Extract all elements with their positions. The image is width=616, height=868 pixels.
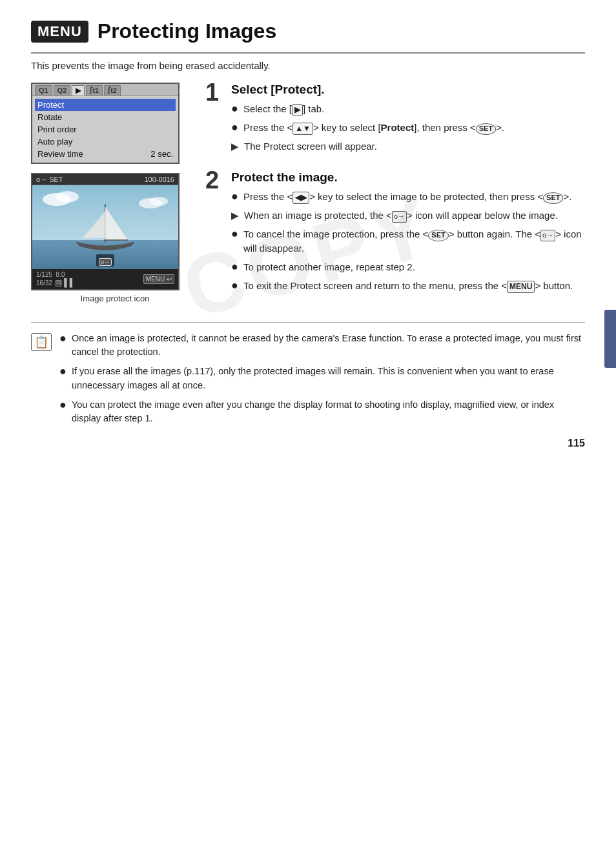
cam-menu-rotate: Rotate	[37, 111, 173, 123]
cam-frame-count: 16/32	[36, 279, 52, 287]
menu-key: MENU	[507, 281, 535, 293]
header-divider	[31, 52, 585, 54]
cam-screen-top-bar: o→ SET 100-0016	[32, 174, 178, 185]
step-1-content: Select [Protect]. ● Select the [▶] tab. …	[231, 83, 585, 157]
step-2-bullet-2: ● To cancel the image protection, press …	[231, 227, 585, 256]
cam-menu-tabs: Q1 Q2 ▶ ʃt1 ʃt2	[32, 84, 178, 96]
main-content: Q1 Q2 ▶ ʃt1 ʃt2 Protect Rotate Print ord…	[31, 83, 585, 310]
cam-tab-st1: ʃt1	[86, 85, 103, 96]
page-title: Protecting Images	[98, 19, 276, 43]
step-2-arrow-1: ▶ When an image is protected, the <o→> i…	[231, 208, 585, 223]
cam-screen-top-right: 100-0016	[145, 176, 175, 183]
step-1-arrow-1: ▶ The Protect screen will appear.	[231, 139, 585, 154]
notes-icon: 📋	[31, 333, 52, 351]
leftright-key: ◀▶	[293, 192, 309, 204]
notes-section: 📋 ● Once an image is protected, it canno…	[31, 332, 585, 432]
step-2-bullet-1: ● Press the <◀▶> key to select the image…	[231, 190, 585, 204]
step-2: 2 Protect the image. ● Press the <◀▶> ke…	[205, 170, 585, 297]
camera-playback-screen: o→ SET 100-0016	[31, 173, 180, 290]
updown-key: ▲▼	[293, 123, 313, 135]
step-2-number: 2	[205, 168, 223, 192]
protect-icon-overlay: o→	[99, 258, 112, 266]
note-3: ● You can protect the image even after y…	[59, 398, 585, 427]
cam-frame-info: 16/32 ▤ ▌▌	[36, 278, 75, 287]
menu-badge: MENU	[31, 21, 88, 43]
cam-menu-items: Protect Rotate Print order Auto play Rev…	[32, 96, 178, 163]
step-1-list: ● Select the [▶] tab. ● Press the <▲▼> k…	[231, 102, 585, 153]
svg-point-10	[150, 197, 168, 206]
note-1: ● Once an image is protected, it cannot …	[59, 332, 585, 360]
page-header: MENU Protecting Images	[31, 19, 585, 43]
note-1-text: Once an image is protected, it cannot be…	[72, 332, 585, 360]
set-key-3: SET	[428, 230, 448, 241]
step-1-bullet-1: ● Select the [▶] tab.	[231, 102, 585, 116]
cam-tab-q2: Q2	[54, 85, 71, 96]
protect-icon-2: o→	[540, 230, 555, 241]
play-key: ▶	[292, 104, 303, 116]
protect-icon-1: o→	[392, 211, 407, 223]
right-column: 1 Select [Protect]. ● Select the [▶] tab…	[205, 83, 585, 310]
cam-screen-info-left: 1/125 8.0 16/32 ▤ ▌▌	[36, 271, 75, 287]
image-caption: Image protect icon	[31, 294, 199, 303]
cam-menu-auto-play: Auto play	[37, 136, 173, 148]
camera-menu-screenshot: Q1 Q2 ▶ ʃt1 ʃt2 Protect Rotate Print ord…	[31, 83, 180, 164]
step-1-bullet-2: ● Press the <▲▼> key to select [Protect]…	[231, 121, 585, 135]
step-2-title: Protect the image.	[231, 170, 585, 185]
page-number: 115	[31, 438, 585, 449]
cam-screen-top-left: o→ SET	[36, 176, 63, 183]
left-column: Q1 Q2 ▶ ʃt1 ʃt2 Protect Rotate Print ord…	[31, 83, 199, 310]
step-1: 1 Select [Protect]. ● Select the [▶] tab…	[205, 83, 585, 157]
cam-screen-info-right: MENU ↩	[143, 276, 174, 283]
step-2-bullet-4: ● To exit the Protect screen and return …	[231, 279, 585, 293]
set-key-2: SET	[543, 192, 563, 204]
step-2-bullet-3: ● To protect another image, repeat step …	[231, 260, 585, 274]
step-2-list: ● Press the <◀▶> key to select the image…	[231, 190, 585, 292]
cam-exposure: 1/125 8.0	[36, 271, 75, 278]
cam-tab-q1: Q1	[35, 85, 52, 96]
step-1-title: Select [Protect].	[231, 83, 585, 97]
cam-menu-button: MENU ↩	[143, 274, 174, 284]
cam-tab-st2: ʃt2	[104, 85, 121, 96]
note-3-text: You can protect the image even after you…	[72, 398, 585, 427]
cam-menu-protect: Protect	[35, 99, 176, 111]
note-2-text: If you erase all the images (p.117), onl…	[72, 365, 585, 393]
set-key-1: SET	[476, 123, 496, 135]
step-1-number: 1	[205, 80, 223, 105]
step-2-content: Protect the image. ● Press the <◀▶> key …	[231, 170, 585, 297]
subtitle: This prevents the image from being erase…	[31, 60, 585, 71]
cam-menu-print-order: Print order	[37, 123, 173, 136]
cam-screen-image: o→	[32, 185, 178, 269]
notes-list: ● Once an image is protected, it cannot …	[59, 332, 585, 432]
cam-screen-bottom-bar: 1/125 8.0 16/32 ▤ ▌▌ MENU ↩	[32, 269, 178, 289]
cam-menu-review-time: Review time2 sec.	[37, 148, 173, 160]
cam-tab-play: ▶	[72, 85, 85, 96]
note-2: ● If you erase all the images (p.117), o…	[59, 365, 585, 393]
notes-divider	[31, 322, 585, 323]
cam-icons: ▤ ▌▌	[55, 278, 75, 287]
svg-point-8	[56, 191, 79, 203]
right-edge-bar	[604, 310, 616, 368]
